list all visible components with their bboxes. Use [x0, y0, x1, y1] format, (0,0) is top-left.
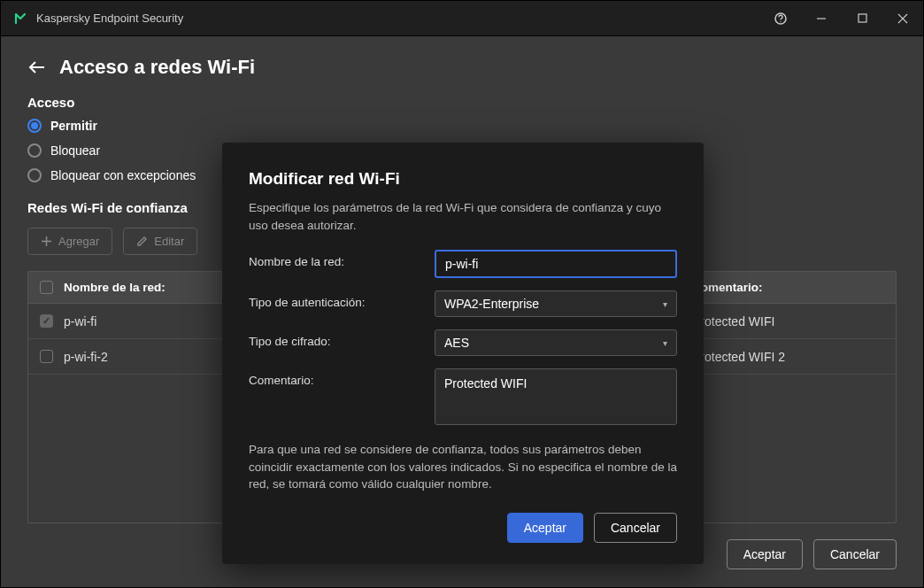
field-label-auth: Tipo de autenticación:	[249, 290, 435, 309]
app-title: Kaspersky Endpoint Security	[36, 12, 183, 25]
page-header: Acceso a redes Wi-Fi	[27, 56, 897, 79]
chevron-down-icon: ▾	[663, 338, 667, 348]
svg-point-1	[780, 20, 781, 21]
field-label-comment: Comentario:	[249, 368, 435, 387]
row-comment: Protected WIFI	[692, 314, 896, 329]
maximize-button[interactable]	[842, 1, 882, 36]
radio-icon	[27, 119, 42, 133]
dialog-title: Modificar red Wi-Fi	[249, 169, 677, 189]
row-checkbox[interactable]	[40, 350, 53, 363]
svg-rect-3	[859, 14, 866, 22]
access-section-label: Acceso	[27, 95, 897, 110]
dialog-description: Especifique los parámetros de la red Wi-…	[249, 199, 677, 234]
page-title: Acceso a redes Wi-Fi	[59, 56, 255, 79]
dialog-cancel-button[interactable]: Cancelar	[594, 513, 677, 543]
auth-type-select[interactable]: WPA2-Enterprise ▾	[435, 290, 677, 317]
edit-button-label: Editar	[154, 235, 184, 248]
modify-wifi-dialog: Modificar red Wi-Fi Especifique los pará…	[222, 143, 704, 564]
add-button[interactable]: Agregar	[27, 228, 112, 255]
radio-allow-label: Permitir	[50, 119, 97, 133]
dialog-note: Para que una red se considere de confian…	[249, 441, 677, 493]
edit-button[interactable]: Editar	[123, 228, 197, 255]
add-button-label: Agregar	[58, 235, 99, 248]
radio-icon	[27, 168, 42, 182]
chevron-down-icon: ▾	[663, 299, 667, 309]
auth-type-value: WPA2-Enterprise	[444, 297, 539, 311]
pencil-icon	[136, 236, 148, 247]
encryption-type-select[interactable]: AES ▾	[435, 329, 677, 356]
row-comment: Protected WIFI 2	[692, 350, 896, 364]
minimize-button[interactable]	[801, 1, 842, 36]
row-checkbox[interactable]	[40, 314, 53, 328]
dialog-actions: Aceptar Cancelar	[249, 513, 677, 543]
plus-icon	[41, 236, 52, 247]
app-window: Kaspersky Endpoint Security Acceso a red…	[0, 0, 924, 588]
close-button[interactable]	[882, 1, 923, 36]
titlebar: Kaspersky Endpoint Security	[1, 1, 923, 36]
field-label-name: Nombre de la red:	[249, 250, 435, 268]
network-name-input[interactable]	[435, 250, 677, 278]
help-button[interactable]	[760, 1, 801, 36]
page-body: Acceso a redes Wi-Fi Acceso Permitir Blo…	[1, 36, 923, 587]
page-cancel-button[interactable]: Cancelar	[813, 539, 897, 569]
field-label-enc: Tipo de cifrado:	[249, 329, 435, 348]
radio-block-except-label: Bloquear con excepciones	[50, 168, 196, 182]
dialog-accept-button[interactable]: Aceptar	[507, 513, 583, 543]
header-checkbox[interactable]	[40, 281, 53, 294]
col-comment-header: Comentario:	[692, 281, 896, 294]
comment-textarea[interactable]	[435, 368, 677, 425]
back-arrow-icon[interactable]	[27, 58, 47, 77]
radio-block-label: Bloquear	[50, 143, 100, 158]
app-logo-icon	[13, 12, 27, 26]
page-accept-button[interactable]: Aceptar	[727, 539, 803, 569]
encryption-type-value: AES	[444, 336, 469, 350]
radio-icon	[27, 143, 42, 158]
radio-allow[interactable]: Permitir	[27, 119, 897, 133]
